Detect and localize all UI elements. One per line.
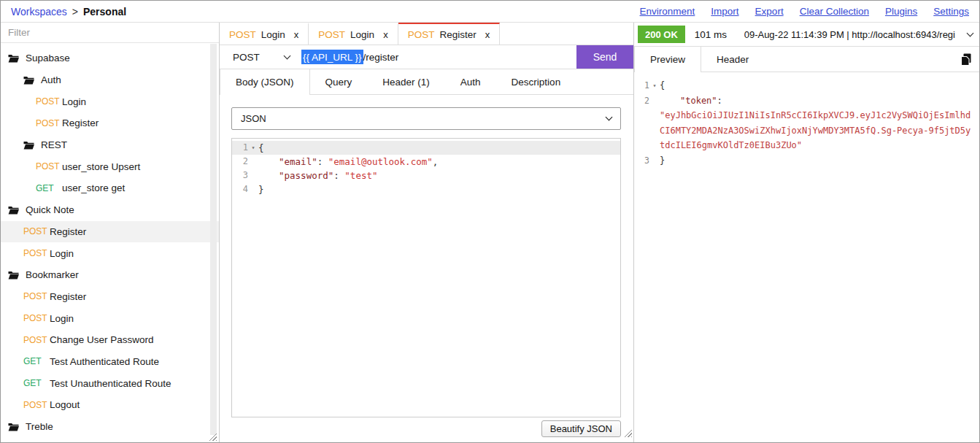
- tab-preview[interactable]: Preview: [634, 47, 701, 72]
- method-badge: GET: [23, 356, 50, 366]
- close-tab-icon[interactable]: x: [485, 29, 490, 40]
- send-button[interactable]: Send: [576, 45, 633, 69]
- top-bar: Workspaces > Personal Environment Import…: [1, 1, 979, 23]
- method-badge: POST: [36, 118, 62, 128]
- tree-request-user-store-get[interactable]: GET user_store get: [1, 177, 219, 199]
- tree-folder-rest[interactable]: REST: [1, 134, 219, 156]
- filter-row: [1, 23, 219, 43]
- import-link[interactable]: Import: [711, 6, 738, 17]
- settings-link[interactable]: Settings: [933, 6, 969, 17]
- response-history-entry: 09-Aug-22 11:14:39 PM | http://localhost…: [744, 29, 955, 40]
- tab-register-active[interactable]: POST Register x: [398, 23, 501, 45]
- fold-spacer: [248, 182, 258, 196]
- plugins-link[interactable]: Plugins: [885, 6, 917, 17]
- tab-auth[interactable]: Auth: [445, 69, 496, 94]
- environment-link[interactable]: Environment: [640, 6, 695, 17]
- sidebar-scrollbar[interactable]: [210, 44, 217, 435]
- folder-open-icon: [8, 206, 20, 215]
- response-status-row: 200 OK 101 ms 09-Aug-22 11:14:39 PM | ht…: [634, 23, 979, 47]
- method-badge: GET: [23, 378, 50, 388]
- fold-icon[interactable]: ▾: [649, 78, 660, 93]
- request-label: Test Unauthenticated Route: [50, 378, 171, 389]
- json-string: "test": [344, 170, 377, 181]
- folder-label: REST: [41, 139, 67, 150]
- response-time: 101 ms: [695, 29, 727, 40]
- folder-open-icon: [23, 141, 35, 150]
- response-line: 1 ▾ {: [638, 78, 975, 93]
- tree-request-quicknote-register[interactable]: POST Register: [1, 221, 219, 243]
- workspaces-link[interactable]: Workspaces: [11, 6, 67, 18]
- tab-label: Register: [439, 29, 476, 40]
- filter-input[interactable]: [1, 27, 219, 38]
- close-tab-icon[interactable]: x: [294, 29, 299, 40]
- editor-line: 3 "password": "test": [232, 169, 620, 182]
- tree-request-auth-register[interactable]: POST Register: [1, 112, 219, 134]
- request-url-row: POST {{ API_URL }}/register Send: [220, 45, 633, 69]
- tree-request-change-user-password[interactable]: POST Change User Password: [1, 329, 219, 351]
- history-chevron-down-icon[interactable]: [967, 29, 974, 36]
- url-path: /register: [363, 52, 399, 63]
- tree-request-bookmarker-login[interactable]: POST Login: [1, 307, 219, 329]
- request-subtabs: Body (JSON) Query Header (1) Auth Descri…: [220, 69, 633, 95]
- tab-header[interactable]: Header (1): [367, 69, 445, 94]
- json-token-string: "eyJhbGciOiJIUzI1NiIsInR5cCI6IkpXVCJ9.ey…: [660, 108, 975, 153]
- tree-request-bookmarker-register[interactable]: POST Register: [1, 286, 219, 308]
- status-badge: 200 OK: [638, 26, 685, 43]
- tree-folder-bookmarker[interactable]: Bookmarker: [1, 264, 219, 286]
- request-panel: POST Login x POST Login x POST Register …: [220, 23, 634, 442]
- breadcrumb: Workspaces > Personal: [11, 6, 126, 18]
- beautify-json-button[interactable]: Beautify JSON: [541, 420, 621, 437]
- tab-login-2[interactable]: POST Login x: [309, 23, 398, 45]
- tab-login-1[interactable]: POST Login x: [220, 23, 309, 45]
- tree-request-test-authenticated-route[interactable]: GET Test Authenticated Route: [1, 351, 219, 373]
- clear-collection-link[interactable]: Clear Collection: [800, 6, 869, 17]
- folder-label: Supabase: [26, 53, 70, 63]
- method-badge: POST: [36, 161, 62, 172]
- top-links: Environment Import Export Clear Collecti…: [640, 6, 969, 17]
- tab-method: POST: [229, 29, 256, 40]
- line-number: 2: [638, 93, 649, 153]
- response-line: 2 "token": "eyJhbGciOiJIUzI1NiIsInR5cCI6…: [638, 93, 975, 153]
- tab-method: POST: [318, 29, 345, 40]
- folder-open-icon: [23, 76, 35, 85]
- editor-line: 1 ▾ {: [232, 141, 620, 155]
- tree-request-user-store-upsert[interactable]: POST user_store Upsert: [1, 155, 219, 177]
- body-json-editor[interactable]: 1 ▾ { 2 "email": "email@outlook.com", 3 …: [231, 138, 621, 417]
- collections-tree: Supabase Auth POST Login POST Register R…: [1, 43, 219, 437]
- response-subtabs: Preview Header: [634, 47, 979, 72]
- copy-response-icon[interactable]: [960, 47, 972, 72]
- method-badge: POST: [23, 248, 50, 258]
- fold-spacer: [248, 169, 258, 182]
- json-colon: :: [317, 156, 328, 167]
- request-label: user_store Upsert: [62, 161, 140, 172]
- url-input[interactable]: {{ API_URL }}/register: [301, 45, 576, 69]
- export-link[interactable]: Export: [755, 6, 784, 17]
- close-tab-icon[interactable]: x: [383, 29, 388, 40]
- editor-resize-grip[interactable]: [622, 428, 632, 437]
- url-variable-selection: {{ API_URL }}: [301, 50, 363, 64]
- tree-folder-treble[interactable]: Treble: [1, 416, 219, 438]
- tree-request-quicknote-login[interactable]: POST Login: [1, 242, 219, 264]
- line-number: 3: [638, 153, 649, 169]
- request-label: Register: [50, 226, 86, 237]
- tab-body-json[interactable]: Body (JSON): [220, 69, 310, 95]
- fold-spacer: [649, 93, 660, 153]
- tab-query[interactable]: Query: [310, 69, 368, 94]
- json-key: "email": [279, 156, 317, 167]
- tab-description[interactable]: Description: [496, 69, 576, 94]
- tree-request-test-unauthenticated-route[interactable]: GET Test Unauthenticated Route: [1, 372, 219, 394]
- tree-folder-auth[interactable]: Auth: [1, 69, 219, 91]
- tree-folder-quick-note[interactable]: Quick Note: [1, 199, 219, 221]
- line-number: 2: [232, 155, 248, 169]
- tree-folder-supabase[interactable]: Supabase: [1, 47, 219, 69]
- tree-request-logout[interactable]: POST Logout: [1, 394, 219, 416]
- request-label: Login: [50, 313, 74, 324]
- fold-icon[interactable]: ▾: [248, 141, 258, 155]
- tree-request-auth-login[interactable]: POST Login: [1, 90, 219, 112]
- tab-response-header[interactable]: Header: [701, 47, 764, 72]
- folder-label: Treble: [26, 421, 53, 432]
- json-colon: :: [333, 170, 344, 181]
- method-select[interactable]: POST: [220, 45, 301, 69]
- method-select-value: POST: [233, 52, 260, 63]
- body-type-select[interactable]: JSON: [231, 107, 621, 130]
